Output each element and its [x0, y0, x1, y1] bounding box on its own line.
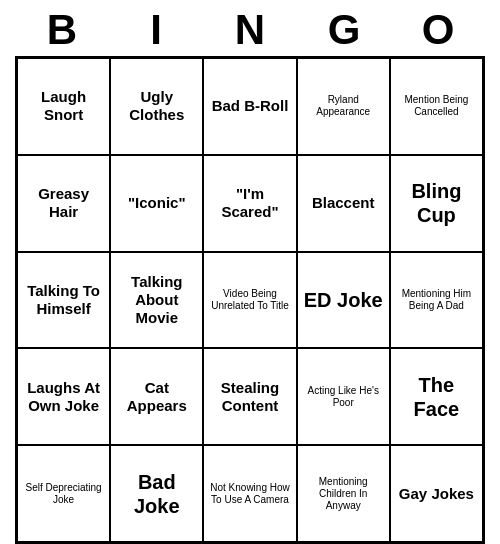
header-letter: O: [394, 6, 482, 54]
bingo-cell[interactable]: "Iconic": [110, 155, 203, 252]
bingo-cell[interactable]: Mention Being Cancelled: [390, 58, 483, 155]
bingo-cell[interactable]: Laugh Snort: [17, 58, 110, 155]
header-letter: B: [18, 6, 106, 54]
bingo-cell[interactable]: Acting Like He's Poor: [297, 348, 390, 445]
header-letter: I: [112, 6, 200, 54]
bingo-cell[interactable]: Bad B-Roll: [203, 58, 296, 155]
bingo-cell[interactable]: Ryland Appearance: [297, 58, 390, 155]
header-letter: N: [206, 6, 294, 54]
bingo-cell[interactable]: Mentioning Him Being A Dad: [390, 252, 483, 349]
bingo-cell[interactable]: "I'm Scared": [203, 155, 296, 252]
bingo-cell[interactable]: Bling Cup: [390, 155, 483, 252]
bingo-cell[interactable]: Greasy Hair: [17, 155, 110, 252]
bingo-header: BINGO: [15, 0, 485, 56]
bingo-cell[interactable]: Mentioning Children In Anyway: [297, 445, 390, 542]
bingo-cell[interactable]: Gay Jokes: [390, 445, 483, 542]
bingo-cell[interactable]: Not Knowing How To Use A Camera: [203, 445, 296, 542]
bingo-cell[interactable]: ED Joke: [297, 252, 390, 349]
bingo-cell[interactable]: Video Being Unrelated To Title: [203, 252, 296, 349]
bingo-cell[interactable]: Blaccent: [297, 155, 390, 252]
bingo-grid: Laugh SnortUgly ClothesBad B-RollRyland …: [15, 56, 485, 544]
bingo-cell[interactable]: Talking About Movie: [110, 252, 203, 349]
bingo-cell[interactable]: Ugly Clothes: [110, 58, 203, 155]
bingo-cell[interactable]: Self Depreciating Joke: [17, 445, 110, 542]
bingo-cell[interactable]: Cat Appears: [110, 348, 203, 445]
bingo-cell[interactable]: Laughs At Own Joke: [17, 348, 110, 445]
bingo-cell[interactable]: Bad Joke: [110, 445, 203, 542]
bingo-cell[interactable]: The Face: [390, 348, 483, 445]
bingo-cell[interactable]: Talking To Himself: [17, 252, 110, 349]
header-letter: G: [300, 6, 388, 54]
bingo-cell[interactable]: Stealing Content: [203, 348, 296, 445]
